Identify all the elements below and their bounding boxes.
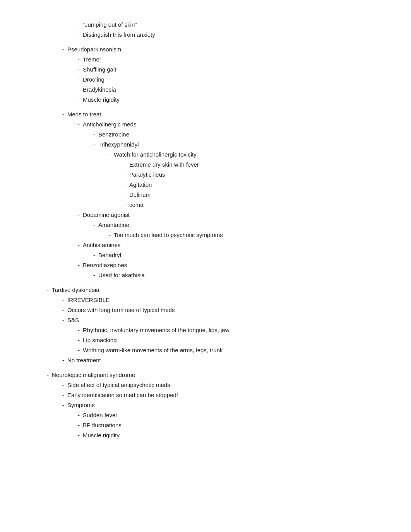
- list-item: -Trihexyphenidyl: [31, 140, 380, 149]
- list-item: -Used for akathisia: [31, 271, 380, 280]
- bullet-dash: -: [62, 305, 64, 315]
- bullet-dash: -: [78, 346, 80, 355]
- bullet-dash: -: [62, 380, 64, 390]
- list-item: -Bradykinesia: [31, 85, 380, 94]
- list-item: -Lip smacking: [31, 336, 380, 345]
- list-item: -Amantadine: [31, 220, 380, 230]
- list-item: -Drooling: [31, 75, 380, 84]
- spacer: [31, 105, 380, 110]
- item-text: Early identification so med can be stopp…: [67, 390, 380, 400]
- list-item: -Occurs with long term use of typical me…: [31, 305, 380, 315]
- bullet-dash: -: [93, 271, 95, 280]
- list-item: -Antihistamines: [31, 240, 380, 250]
- list-item: -Watch for anticholinergic toxicity: [31, 150, 380, 159]
- bullet-dash: -: [78, 421, 80, 430]
- bullet-dash: -: [78, 210, 80, 220]
- bullet-dash: -: [78, 85, 80, 94]
- spacer: [31, 40, 380, 45]
- item-text: Muscle rigidity: [83, 95, 380, 104]
- list-item: -Too much can lead to psychotic symptoms: [31, 230, 380, 240]
- list-item: -Tardive dyskinesia: [31, 285, 380, 295]
- bullet-dash: -: [124, 160, 126, 169]
- item-text: Shuffling gait: [83, 65, 380, 74]
- item-text: Distinguish this from anxiety: [83, 30, 380, 39]
- list-item: -S&S: [31, 315, 380, 325]
- item-text: Bradykinesia: [83, 85, 380, 94]
- item-text: BP fluctuations: [83, 421, 380, 430]
- bullet-dash: -: [78, 431, 80, 440]
- list-item: -Side effect of typical antipsychotic me…: [31, 380, 380, 390]
- item-text: Dopamine agonist: [83, 210, 380, 220]
- bullet-dash: -: [62, 295, 64, 305]
- bullet-dash: -: [78, 326, 80, 335]
- item-text: Meds to treat: [67, 110, 380, 119]
- bullet-dash: -: [78, 75, 80, 84]
- list-item: -Rhythmic, involuntary movements of the …: [31, 326, 380, 335]
- list-item: -Distinguish this from anxiety: [31, 30, 380, 39]
- bullet-dash: -: [78, 55, 80, 64]
- list-item: -Benadryl: [31, 251, 380, 260]
- list-item: -Benzodiazepines: [31, 261, 380, 270]
- list-item: -Pseudoparkinsonism: [31, 45, 380, 54]
- item-text: Agitation: [129, 180, 380, 189]
- list-item: -Paralytic ileus: [31, 170, 380, 179]
- spacer: [31, 281, 380, 285]
- bullet-dash: -: [93, 220, 95, 230]
- list-item: -Anticholinergic meds: [31, 120, 380, 129]
- bullet-dash: -: [78, 20, 80, 29]
- list-item: -IRREVERSIBLE: [31, 295, 380, 305]
- list-item: -Writhing worm-like movements of the arm…: [31, 346, 380, 355]
- list-item: -Extreme dry skin with fever: [31, 160, 380, 169]
- item-text: S&S: [67, 315, 380, 325]
- item-text: Drooling: [83, 75, 380, 84]
- item-text: Delirium: [129, 190, 380, 200]
- bullet-dash: -: [47, 285, 49, 295]
- list-item: -No treatment: [31, 356, 380, 365]
- main-content: -“Jumping out of skin”-Distinguish this …: [31, 15, 380, 440]
- bullet-dash: -: [93, 130, 95, 139]
- item-text: Amantadine: [98, 220, 380, 230]
- bullet-dash: -: [62, 315, 64, 325]
- bullet-dash: -: [124, 170, 126, 179]
- bullet-dash: -: [78, 261, 80, 270]
- list-item: -Muscle rigidity: [31, 431, 380, 440]
- item-text: Benztropine: [98, 130, 380, 139]
- bullet-dash: -: [109, 150, 111, 159]
- list-item: -Tremor: [31, 55, 380, 64]
- list-item: -“Jumping out of skin”: [31, 20, 380, 29]
- list-item: -Agitation: [31, 180, 380, 189]
- item-text: Trihexyphenidyl: [98, 140, 380, 149]
- bullet-dash: -: [78, 120, 80, 129]
- item-text: Rhythmic, involuntary movements of the t…: [83, 326, 380, 335]
- item-text: Sudden fever: [83, 411, 380, 420]
- bullet-dash: -: [62, 110, 64, 119]
- item-text: Watch for anticholinergic toxicity: [114, 150, 380, 159]
- item-text: coma: [129, 200, 380, 210]
- bullet-dash: -: [47, 370, 49, 380]
- item-text: Anticholinergic meds: [83, 120, 380, 129]
- list-item: -Dopamine agonist: [31, 210, 380, 220]
- item-text: Writhing worm-like movements of the arms…: [83, 346, 380, 355]
- list-item: -Delirium: [31, 190, 380, 200]
- bullet-dash: -: [78, 411, 80, 420]
- list-item: -Benztropine: [31, 130, 380, 139]
- bullet-dash: -: [62, 401, 64, 410]
- item-text: Neuroleptic malignant syndrome: [52, 370, 380, 380]
- bullet-dash: -: [78, 336, 80, 345]
- bullet-dash: -: [78, 65, 80, 74]
- item-text: IRREVERSIBLE: [67, 295, 380, 305]
- list-item: -Sudden fever: [31, 411, 380, 420]
- item-text: Tremor: [83, 55, 380, 64]
- item-text: Tardive dyskinesia: [52, 285, 380, 295]
- bullet-dash: -: [62, 356, 64, 365]
- item-text: Lip smacking: [83, 336, 380, 345]
- bullet-dash: -: [93, 140, 95, 149]
- bullet-dash: -: [124, 190, 126, 200]
- bullet-dash: -: [62, 45, 64, 54]
- list-item: -Symptoms: [31, 401, 380, 410]
- bullet-dash: -: [124, 180, 126, 189]
- item-text: No treatment: [67, 356, 380, 365]
- list-item: -Muscle rigidity: [31, 95, 380, 104]
- bullet-dash: -: [109, 230, 111, 240]
- item-text: Paralytic ileus: [129, 170, 380, 179]
